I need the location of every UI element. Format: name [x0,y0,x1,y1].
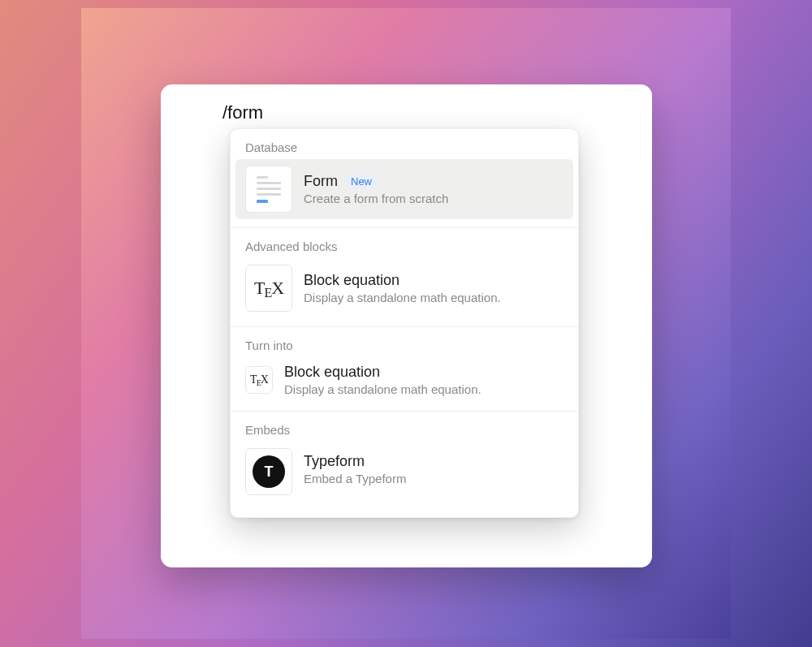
menu-item-block-equation[interactable]: TEX Block equation Display a standalone … [235,258,573,318]
menu-item-title: Form [304,173,338,190]
section-header-turn-into: Turn into [231,327,578,357]
menu-item-text: Form New Create a form from scratch [304,173,448,205]
menu-item-text: Block equation Display a standalone math… [284,364,482,396]
menu-item-description: Display a standalone math equation. [304,291,501,304]
tex-icon: TEX [245,265,292,312]
slash-command-menu: Database Form New Create a form from scr… [230,128,579,518]
menu-item-title: Typeform [304,453,406,470]
editor-card: Database Form New Create a form from scr… [161,84,652,567]
form-icon [245,166,292,213]
menu-item-text: Typeform Embed a Typeform [304,448,406,485]
section-header-advanced-blocks: Advanced blocks [231,228,578,258]
section-header-database: Database [231,129,578,159]
typeform-icon: T [245,448,292,495]
section-header-embeds: Embeds [231,412,578,442]
menu-item-text: Block equation Display a standalone math… [304,272,501,304]
menu-item-turn-into-block-equation[interactable]: TEX Block equation Display a standalone … [235,357,573,403]
menu-item-description: Display a standalone math equation. [284,382,482,396]
menu-item-form[interactable]: Form New Create a form from scratch [235,159,573,219]
menu-item-typeform[interactable]: T Typeform Embed a Typeform [235,442,573,495]
menu-item-description: Embed a Typeform [304,472,406,485]
menu-item-title: Block equation [304,272,501,289]
tex-icon: TEX [245,366,273,394]
menu-item-title: Block equation [284,364,482,381]
background-frame: Database Form New Create a form from scr… [81,8,731,639]
menu-item-description: Create a form from scratch [304,192,448,205]
slash-command-input[interactable] [222,102,466,123]
new-badge: New [346,175,377,188]
